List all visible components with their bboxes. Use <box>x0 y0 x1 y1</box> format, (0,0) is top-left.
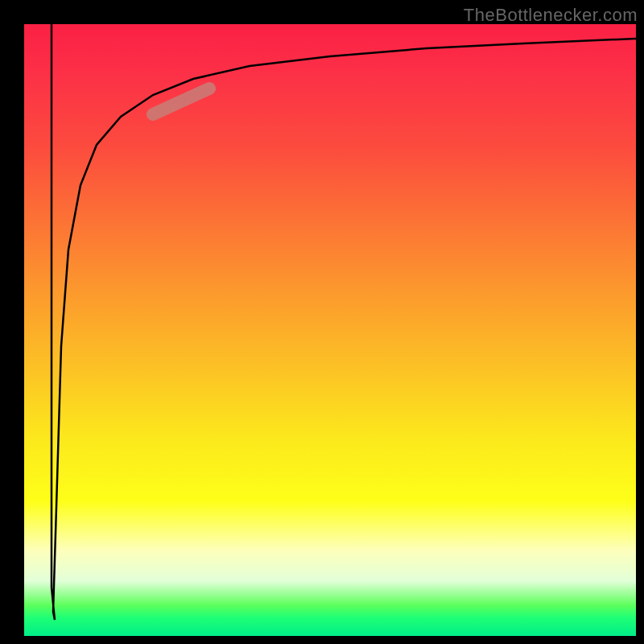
highlight-segment-path <box>153 89 209 114</box>
highlight-overlay <box>24 24 636 636</box>
chart-area <box>24 24 636 636</box>
watermark-text: TheBottlenecker.com <box>464 5 638 26</box>
